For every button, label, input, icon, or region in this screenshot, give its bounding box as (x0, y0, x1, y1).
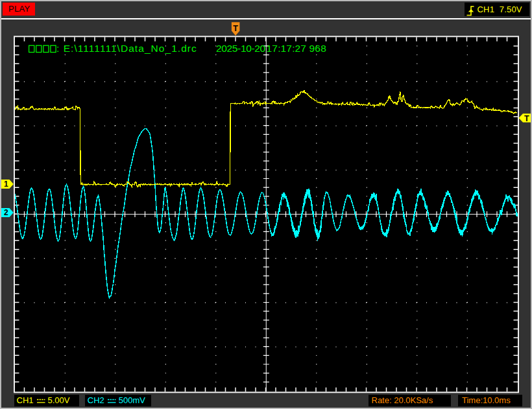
svg-text:T: T (524, 114, 529, 123)
svg-text:T: T (233, 24, 238, 33)
svg-text:1: 1 (4, 180, 8, 189)
svg-text:2: 2 (4, 208, 8, 217)
